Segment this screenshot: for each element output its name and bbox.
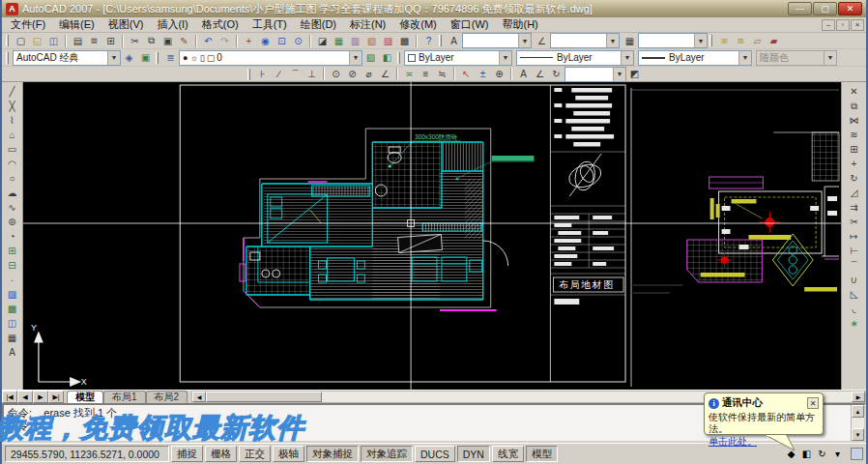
- clean-screen-button[interactable]: [851, 448, 863, 460]
- dim-angular-icon[interactable]: ∠: [377, 67, 393, 81]
- zoom-window-icon[interactable]: ⊡: [274, 34, 290, 48]
- menu-tools[interactable]: 工具(T): [246, 17, 294, 33]
- dim-baseline-icon[interactable]: ≡: [418, 67, 434, 81]
- maximize-button[interactable]: ▢: [813, 2, 837, 15]
- dim-ordinate-icon[interactable]: ⊥: [304, 67, 320, 81]
- menu-help[interactable]: 帮助(H): [496, 17, 545, 33]
- menu-insert[interactable]: 插入(I): [150, 17, 194, 33]
- undo-icon[interactable]: ↶: [200, 34, 217, 48]
- tool-palettes-icon[interactable]: ▥: [347, 34, 363, 48]
- my-workspace-icon[interactable]: ▣: [137, 50, 154, 65]
- pan-icon[interactable]: +: [241, 34, 257, 48]
- chamfer-icon[interactable]: ◺: [846, 287, 863, 302]
- layer-isolate-icon[interactable]: ◧: [379, 50, 395, 65]
- redo-icon[interactable]: ↷: [217, 34, 233, 48]
- associated-standards-icon[interactable]: ↻: [816, 448, 828, 460]
- coordinates-readout[interactable]: 29455.5790, 11236.5271, 0.0000: [5, 446, 169, 462]
- menu-window[interactable]: 窗口(W): [444, 17, 496, 33]
- trim-icon[interactable]: ✂: [846, 215, 863, 229]
- erase-icon[interactable]: ✕: [846, 84, 863, 99]
- save-icon[interactable]: ◫: [45, 34, 62, 48]
- ducs-toggle[interactable]: DUCS: [415, 446, 455, 462]
- tray-arrow-icon[interactable]: ▾: [831, 448, 844, 460]
- dim-continue-icon[interactable]: ≒: [434, 67, 450, 81]
- zoom-previous-icon[interactable]: ⊙: [290, 34, 306, 48]
- center-mark-icon[interactable]: ⊕: [491, 67, 507, 81]
- scroll-down-icon[interactable]: ▼: [852, 428, 864, 441]
- dim-style-icon[interactable]: ◩: [626, 67, 643, 81]
- ellipse-arc-icon[interactable]: ◔: [4, 229, 21, 244]
- help-icon[interactable]: ?: [420, 34, 437, 48]
- revision-cloud-icon[interactable]: ☁: [4, 186, 21, 200]
- table-icon[interactable]: ▦: [4, 331, 21, 345]
- open-icon[interactable]: ◱: [29, 34, 45, 48]
- menu-file[interactable]: 文件(F): [4, 17, 52, 33]
- make-object-layer-current-icon[interactable]: ⧆: [716, 34, 733, 48]
- doc-restore-button[interactable]: ▫: [836, 19, 850, 31]
- workspace-settings-icon[interactable]: ◈: [121, 50, 137, 65]
- fillet-icon[interactable]: ◟: [846, 302, 863, 316]
- menu-format[interactable]: 格式(O): [195, 17, 246, 33]
- osnap-toggle[interactable]: 对象捕捉: [306, 446, 359, 462]
- layer-combo[interactable]: ●☼▯▢ 0 ▼: [179, 50, 362, 66]
- snap-toggle[interactable]: 捕捉: [171, 446, 203, 462]
- zoom-realtime-icon[interactable]: ◉: [257, 34, 274, 48]
- polyline-icon[interactable]: ⌇: [4, 113, 21, 128]
- menu-modify[interactable]: 修改(M): [392, 17, 444, 33]
- paste-icon[interactable]: ▣: [159, 34, 176, 48]
- markup-set-manager-icon[interactable]: ▨: [380, 34, 396, 48]
- toolbar-grip[interactable]: [439, 35, 442, 46]
- lineweight-combo[interactable]: ByLayer▼: [638, 50, 752, 66]
- dim-edit-icon[interactable]: A: [515, 67, 532, 81]
- tab-model[interactable]: 模型: [67, 391, 103, 403]
- scrollbar-thumb[interactable]: [206, 392, 322, 402]
- tab-next-button[interactable]: ▶: [33, 391, 48, 403]
- dim-arc-length-icon[interactable]: ⌒: [287, 67, 304, 81]
- lwt-toggle[interactable]: 线宽: [492, 446, 524, 462]
- break-at-point-icon[interactable]: ⊢: [846, 244, 863, 258]
- scroll-left-icon[interactable]: ◀: [192, 392, 206, 402]
- layer-properties-manager-icon[interactable]: ≣: [162, 50, 179, 65]
- arc-icon[interactable]: ◠: [4, 157, 21, 171]
- dim-linear-icon[interactable]: ⊦: [254, 67, 271, 81]
- offset-icon[interactable]: ≋: [846, 128, 863, 142]
- color-combo[interactable]: ByLayer▼: [404, 50, 512, 66]
- tolerance-icon[interactable]: ±: [475, 67, 491, 81]
- layer-previous-icon[interactable]: ⧇: [733, 34, 749, 48]
- scroll-up-icon[interactable]: ▲: [852, 405, 864, 418]
- circle-icon[interactable]: ○: [4, 171, 21, 186]
- menu-draw[interactable]: 绘图(D): [294, 17, 343, 33]
- plot-icon[interactable]: ▤: [70, 34, 86, 48]
- polar-toggle[interactable]: 极轴: [273, 446, 304, 462]
- insert-block-icon[interactable]: ⊞: [4, 244, 21, 258]
- balloon-link[interactable]: 单击此处。: [709, 436, 757, 447]
- hatch-icon[interactable]: ▨: [4, 287, 21, 302]
- tab-layout1[interactable]: 布局1: [103, 391, 146, 403]
- toolbar-grip[interactable]: [709, 35, 712, 46]
- toolbar-grip[interactable]: [247, 69, 250, 80]
- dim-style-current-combo[interactable]: ▼: [564, 67, 626, 82]
- tab-first-button[interactable]: |◀: [2, 391, 17, 403]
- ellipse-icon[interactable]: ⊜: [4, 215, 21, 229]
- workspace-combo[interactable]: AutoCAD 经典▼: [13, 50, 121, 66]
- close-button[interactable]: ✕: [838, 2, 862, 15]
- dim-update-icon[interactable]: ↻: [548, 67, 564, 81]
- toolbar-grip[interactable]: [6, 35, 9, 46]
- menu-dimension[interactable]: 标注(N): [343, 17, 392, 33]
- layer-state-icon[interactable]: ▱: [749, 34, 766, 48]
- extend-icon[interactable]: ↦: [846, 229, 863, 244]
- toolbar-grip[interactable]: [397, 52, 400, 64]
- polygon-icon[interactable]: ⌂: [4, 128, 21, 142]
- otrack-toggle[interactable]: 对象追踪: [361, 446, 413, 462]
- line-icon[interactable]: ╱: [4, 84, 21, 99]
- menu-view[interactable]: 视图(V): [101, 17, 151, 33]
- copy-clip-icon[interactable]: ⧉: [143, 34, 159, 48]
- model-toggle[interactable]: 模型: [526, 446, 558, 462]
- rectangle-icon[interactable]: ▭: [4, 142, 21, 157]
- grid-toggle[interactable]: 栅格: [205, 446, 237, 462]
- copy-icon[interactable]: ⧉: [846, 99, 863, 113]
- make-block-icon[interactable]: ⊟: [4, 258, 21, 273]
- publish-icon[interactable]: ⊞: [102, 34, 119, 48]
- gradient-icon[interactable]: ▩: [4, 302, 21, 316]
- mirror-icon[interactable]: ⋈: [846, 113, 863, 128]
